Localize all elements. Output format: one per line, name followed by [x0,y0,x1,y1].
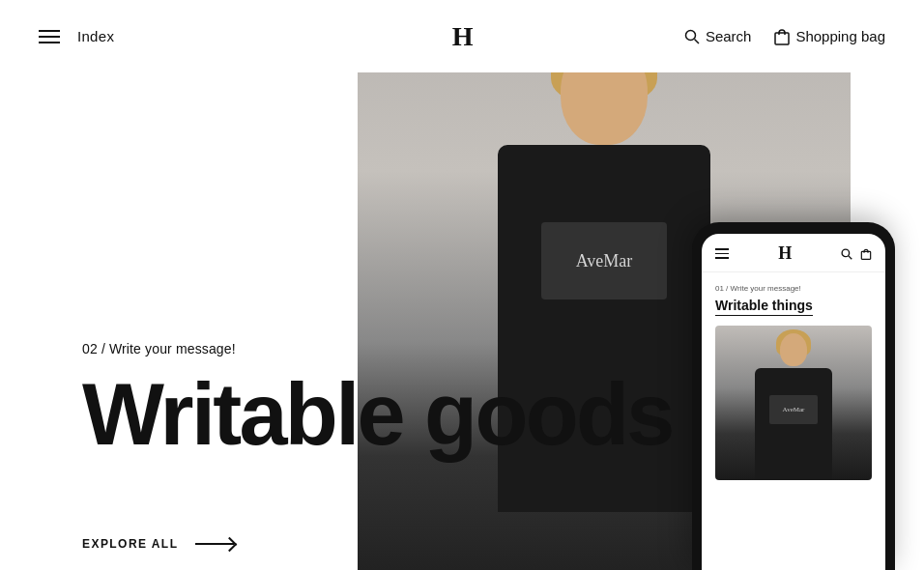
phone-hamburger-icon [715,248,729,259]
phone-figure-head [780,333,807,366]
svg-line-1 [694,39,699,43]
bag-label: Shopping bag [795,28,885,44]
explore-arrow-icon [195,543,234,545]
hero-text-content: 02 / Write your message! Writable goods [82,341,673,454]
explore-all-link[interactable]: EXPLORE ALL [82,537,234,551]
svg-point-3 [842,249,850,257]
phone-inner: H 01 / Write your message! Writable thin… [702,234,885,570]
hamburger-menu-icon[interactable] [39,30,60,43]
phone-subtitle: 01 / Write your message! [715,284,872,293]
phone-header-icons [841,248,872,260]
search-button[interactable]: Search [684,28,752,44]
phone-shirt-text: AveMar [769,395,818,424]
header-right: Search Shopping bag [684,28,885,45]
shopping-bag-button[interactable]: Shopping bag [774,28,885,45]
phone-logo: H [778,243,791,264]
phone-header: H [702,234,885,272]
search-icon [684,29,700,44]
phone-mockup: H 01 / Write your message! Writable thin… [692,222,895,570]
svg-rect-2 [775,33,789,44]
phone-content: 01 / Write your message! Writable things… [702,272,885,488]
explore-all-label: EXPLORE ALL [82,537,178,551]
hero-title: Writable goods [82,376,673,454]
svg-line-4 [849,255,852,258]
hero-subtitle: 02 / Write your message! [82,341,673,356]
nav-index-link[interactable]: Index [77,28,114,44]
svg-rect-5 [861,251,870,259]
phone-figure-body: AveMar [755,368,832,480]
phone-product-image: AveMar [715,326,872,480]
shopping-bag-icon [774,28,790,45]
search-label: Search [706,28,752,44]
phone-search-icon [841,248,852,260]
header-left: Index [39,28,114,44]
main-content: AveMar 02 / Write your message! Writable… [0,0,924,570]
site-header: Index H Search Shopping bag [0,0,924,72]
svg-point-0 [685,30,695,40]
site-logo[interactable]: H [452,23,473,50]
phone-title: Writable things [715,298,813,316]
phone-bag-icon [860,248,872,260]
shirt-text: AveMar [541,222,667,299]
